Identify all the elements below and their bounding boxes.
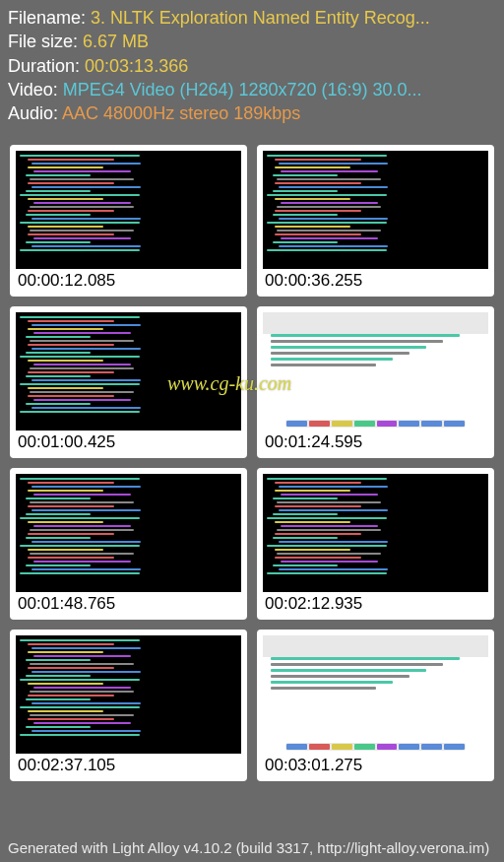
thumbnail-timestamp: 00:01:24.595: [263, 431, 488, 456]
thumbnail-grid: 00:00:12.08500:00:36.25500:01:00.42500:0…: [0, 133, 504, 785]
thumbnail-card[interactable]: 00:02:12.935: [257, 468, 494, 620]
thumbnail-frame: 00:02:12.935: [257, 468, 494, 620]
audio-value: AAC 48000Hz stereo 189kbps: [62, 103, 300, 123]
thumbnail-frame: 00:01:00.425: [10, 306, 247, 458]
thumbnail-frame: 00:01:24.595: [257, 306, 494, 458]
duration-value: 00:03:13.366: [85, 56, 188, 76]
thumbnail-timestamp: 00:00:12.085: [16, 269, 241, 295]
thumbnail-frame: 00:01:48.765: [10, 468, 247, 620]
thumbnail-image-code: [16, 635, 241, 754]
duration-label: Duration:: [8, 56, 80, 76]
filename-label: Filename:: [8, 8, 86, 28]
audio-row: Audio: AAC 48000Hz stereo 189kbps: [8, 101, 496, 125]
thumbnail-frame: 00:03:01.275: [257, 630, 494, 781]
footer-text: Generated with Light Alloy v4.10.2 (buil…: [0, 833, 504, 862]
thumbnail-image-code: [263, 474, 488, 592]
thumbnail-frame: 00:02:37.105: [10, 630, 247, 781]
thumbnail-card[interactable]: 00:01:48.765: [10, 468, 247, 620]
thumbnail-timestamp: 00:03:01.275: [263, 754, 488, 779]
metadata-header: Filename: 3. NLTK Exploration Named Enti…: [0, 0, 504, 133]
video-row: Video: MPEG4 Video (H264) 1280x720 (16:9…: [8, 78, 496, 101]
thumbnail-image-code: [16, 474, 241, 592]
thumbnail-frame: 00:00:12.085: [10, 145, 247, 297]
duration-row: Duration: 00:03:13.366: [8, 54, 496, 78]
thumbnail-image-gui: [263, 635, 488, 754]
thumbnail-card[interactable]: 00:02:37.105: [10, 630, 247, 781]
thumbnail-image-code: [263, 151, 488, 269]
thumbnail-timestamp: 00:01:00.425: [16, 431, 241, 456]
thumbnail-image-gui: [263, 312, 488, 431]
filesize-label: File size:: [8, 32, 78, 51]
thumbnail-timestamp: 00:00:36.255: [263, 269, 488, 295]
filename-value: 3. NLTK Exploration Named Entity Recog..…: [91, 8, 430, 28]
thumbnail-timestamp: 00:02:37.105: [16, 754, 241, 779]
filesize-row: File size: 6.67 MB: [8, 30, 496, 53]
thumbnail-card[interactable]: 00:01:00.425: [10, 306, 247, 458]
thumbnail-timestamp: 00:01:48.765: [16, 592, 241, 618]
video-label: Video:: [8, 80, 58, 99]
filename-row: Filename: 3. NLTK Exploration Named Enti…: [8, 6, 496, 30]
thumbnail-image-code: [16, 312, 241, 431]
thumbnail-image-code: [16, 151, 241, 269]
thumbnail-frame: 00:00:36.255: [257, 145, 494, 297]
thumbnail-timestamp: 00:02:12.935: [263, 592, 488, 618]
video-value: MPEG4 Video (H264) 1280x720 (16:9) 30.0.…: [63, 80, 422, 99]
audio-label: Audio:: [8, 103, 58, 123]
thumbnail-card[interactable]: 00:00:12.085: [10, 145, 247, 297]
filesize-value: 6.67 MB: [83, 32, 149, 51]
thumbnail-card[interactable]: 00:00:36.255: [257, 145, 494, 297]
thumbnail-card[interactable]: 00:03:01.275: [257, 630, 494, 781]
thumbnail-card[interactable]: 00:01:24.595: [257, 306, 494, 458]
